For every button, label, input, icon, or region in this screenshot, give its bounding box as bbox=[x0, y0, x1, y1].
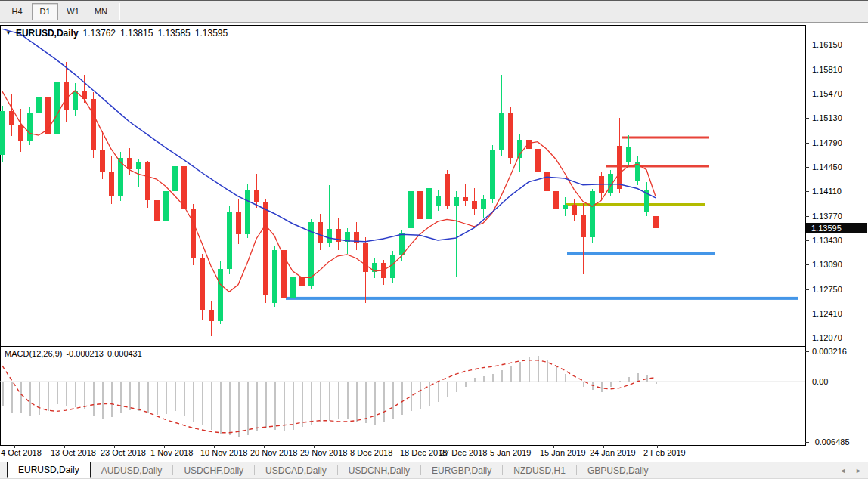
price-axis-label: 1.14790 bbox=[812, 138, 842, 147]
candle-body-down bbox=[553, 191, 559, 209]
toolbar-separator bbox=[119, 3, 120, 20]
price-axis-label: 1.13090 bbox=[812, 260, 842, 269]
tab-usdcad[interactable]: USDCAD,Daily bbox=[255, 462, 337, 478]
candle-body-up bbox=[218, 269, 223, 321]
time-axis-label: 15 Jan 2019 bbox=[540, 448, 586, 457]
candle-body-up bbox=[426, 188, 432, 220]
candle-body-down bbox=[472, 201, 477, 209]
candle-body-up bbox=[272, 250, 277, 302]
price-chart-canvas[interactable] bbox=[0, 25, 805, 345]
time-axis-label: 20 Nov 2018 bbox=[250, 448, 297, 457]
price-axis-tick bbox=[805, 70, 809, 70]
time-axis-label: 29 Nov 2018 bbox=[300, 448, 347, 457]
candle-body-up bbox=[399, 233, 405, 255]
tabs-holder: EURUSD,DailyAUDUSD,DailyUSDCHF,DailyUSDC… bbox=[0, 462, 659, 478]
candle-body-up bbox=[163, 191, 169, 221]
chart-low-value: 1.13585 bbox=[157, 28, 190, 39]
candle-body-up bbox=[172, 166, 178, 191]
candle-body-up bbox=[245, 190, 250, 234]
candle-body-down bbox=[463, 197, 468, 201]
price-axis-tick bbox=[805, 240, 809, 241]
tab-scroll-right-icon[interactable]: ► bbox=[855, 465, 862, 476]
horizontal-level-line[interactable] bbox=[286, 297, 798, 300]
candle-body-down bbox=[200, 258, 205, 310]
candle-body-up bbox=[563, 205, 568, 209]
price-axis-label: 1.12070 bbox=[812, 333, 842, 342]
tab-gbpusd[interactable]: GBPUSD,Daily bbox=[577, 462, 659, 478]
candle-body-down bbox=[299, 277, 305, 286]
candle-body-down bbox=[209, 310, 214, 321]
candle-body-down bbox=[145, 162, 150, 199]
candle-body-down bbox=[544, 172, 550, 192]
time-axis-label: 13 Oct 2018 bbox=[51, 448, 96, 457]
candle-body-down bbox=[318, 222, 323, 243]
macd-axis-tick bbox=[805, 351, 809, 352]
candle-body-down bbox=[91, 99, 96, 150]
trading-app-window: H4D1W1MN ▼ EURUSD,Daily 1.13762 1.13815 … bbox=[0, 0, 868, 479]
price-axis-tick bbox=[805, 118, 809, 119]
price-axis-tick bbox=[805, 143, 809, 144]
chart-symbol-label: EURUSD,Daily bbox=[16, 28, 79, 39]
candle-body-up bbox=[136, 162, 141, 169]
timeframe-button-d1[interactable]: D1 bbox=[32, 3, 58, 20]
price-axis-label: 1.14110 bbox=[812, 187, 842, 196]
candle-body-down bbox=[154, 200, 160, 222]
chevron-down-icon[interactable]: ▼ bbox=[5, 29, 11, 36]
price-axis-label: 1.13770 bbox=[812, 212, 842, 221]
macd-value: -0.000213 bbox=[66, 349, 104, 358]
candle-body-down bbox=[127, 158, 132, 169]
candle-body-down bbox=[18, 125, 23, 141]
chart-open-value: 1.13762 bbox=[83, 28, 116, 39]
tab-nzdusd[interactable]: NZDUSD,H1 bbox=[503, 462, 576, 478]
tab-scroll-arrows: ◄ ► bbox=[839, 465, 862, 476]
chart-close-value: 1.13595 bbox=[195, 28, 228, 39]
price-axis-tick bbox=[805, 314, 809, 314]
tab-eurgbp[interactable]: EURGBP,Daily bbox=[421, 462, 502, 478]
timeframe-button-mn[interactable]: MN bbox=[88, 3, 114, 20]
candle-body-up bbox=[626, 147, 631, 162]
price-axis-tick bbox=[805, 191, 809, 192]
time-axis: 4 Oct 201813 Oct 201823 Oct 20181 Nov 20… bbox=[0, 446, 806, 462]
price-axis-tick bbox=[805, 216, 809, 217]
candle-body-down bbox=[508, 113, 513, 158]
price-axis-label: 1.14450 bbox=[812, 162, 842, 172]
price-axis-label: 1.12410 bbox=[812, 309, 842, 318]
macd-indicator-canvas[interactable] bbox=[0, 347, 805, 445]
price-axis-label: 1.13430 bbox=[812, 236, 842, 245]
candle-body-down bbox=[417, 191, 423, 219]
horizontal-level-line[interactable] bbox=[567, 252, 715, 255]
candle-body-up bbox=[327, 229, 332, 243]
candle-body-up bbox=[73, 91, 78, 110]
candle-body-down bbox=[526, 140, 532, 149]
candle-body-up bbox=[390, 255, 395, 278]
candle-body-down bbox=[9, 111, 14, 125]
candle-body-up bbox=[0, 111, 5, 155]
timeframe-button-w1[interactable]: W1 bbox=[60, 3, 86, 20]
tab-scroll-left-icon[interactable]: ◄ bbox=[839, 465, 846, 476]
time-axis-label: 4 Oct 2018 bbox=[1, 448, 42, 457]
price-axis-label: 1.15810 bbox=[812, 65, 842, 74]
tab-audusd[interactable]: AUDUSD,Daily bbox=[91, 462, 173, 478]
candle-body-up bbox=[36, 97, 42, 113]
price-axis-tick bbox=[805, 338, 809, 338]
price-axis-tick bbox=[805, 45, 809, 45]
candle-body-down bbox=[653, 216, 659, 228]
tab-eurusd[interactable]: EURUSD,Daily bbox=[7, 462, 91, 478]
tab-usdchf[interactable]: USDCHF,Daily bbox=[173, 462, 254, 478]
price-axis-tick bbox=[805, 167, 809, 168]
timeframe-button-h4[interactable]: H4 bbox=[4, 3, 30, 20]
horizontal-level-line[interactable] bbox=[622, 137, 709, 139]
macd-axis-label: 0.00 bbox=[812, 377, 828, 386]
candle-body-down bbox=[254, 190, 259, 201]
candle-body-down bbox=[535, 149, 541, 172]
candle-body-down bbox=[100, 150, 105, 172]
candle-body-up bbox=[408, 191, 414, 227]
tab-usdcnh[interactable]: USDCNH,Daily bbox=[338, 462, 420, 478]
time-axis-label: 8 Dec 2018 bbox=[350, 448, 392, 457]
main-pane-bottom-border bbox=[0, 345, 806, 345]
price-axis-label: 1.15130 bbox=[812, 113, 842, 122]
time-axis-label: 2 Feb 2019 bbox=[643, 448, 686, 457]
time-axis-label: 27 Dec 2018 bbox=[440, 448, 487, 457]
candle-body-down bbox=[445, 174, 450, 206]
candle-body-down bbox=[263, 202, 268, 295]
